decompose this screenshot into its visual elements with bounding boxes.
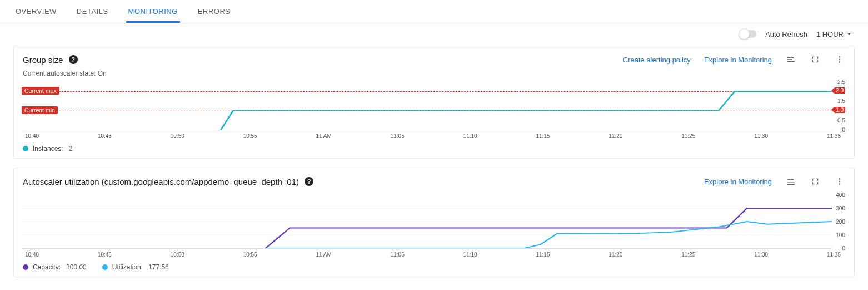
svg-point-4	[839, 181, 841, 183]
time-range-select[interactable]: 1 HOUR	[816, 30, 852, 38]
more-icon[interactable]	[834, 176, 845, 187]
chevron-down-icon	[846, 31, 852, 37]
legend-utilization: Utilization: 177.56	[102, 263, 169, 271]
tab-details[interactable]: DETAILS	[74, 7, 111, 23]
legend-toggle-icon[interactable]	[785, 176, 796, 187]
auto-refresh-label: Auto Refresh	[765, 30, 807, 38]
y-tick: 0	[842, 245, 845, 252]
card-autoscaler-utilization: Autoscaler utilization (custom.googleapi…	[13, 168, 855, 277]
y-marker-max: 2.0	[834, 87, 845, 94]
x-axis: 10:40 10:45 10:50 10:55 11 AM 11:05 11:1…	[14, 248, 854, 258]
fullscreen-icon[interactable]	[810, 176, 821, 187]
y-tick: 100	[836, 232, 845, 238]
legend-dot	[102, 264, 108, 270]
y-marker-min: 1.0	[834, 107, 845, 113]
svg-point-1	[839, 59, 841, 61]
instances-line	[221, 91, 832, 130]
x-axis: 10:40 10:45 10:50 10:55 11 AM 11:05 11:1…	[14, 130, 854, 139]
tabs: OVERVIEW DETAILS MONITORING ERRORS	[0, 0, 868, 23]
toolbar: Auto Refresh 1 HOUR	[0, 23, 868, 43]
tab-monitoring[interactable]: MONITORING	[126, 7, 180, 23]
y-tick: 300	[836, 205, 845, 212]
current-min-badge: Current min	[22, 106, 58, 114]
y-tick: 1.5	[837, 98, 845, 104]
y-tick: 2.5	[837, 79, 845, 85]
legend-dot	[23, 146, 28, 151]
card-title: Autoscaler utilization (custom.googleapi…	[23, 177, 299, 186]
current-max-badge: Current max	[22, 87, 59, 95]
y-tick: 400	[836, 192, 845, 198]
time-range-value: 1 HOUR	[816, 30, 844, 38]
card-group-size: Group size ? Create alerting policy Expl…	[13, 46, 855, 159]
explore-in-monitoring-link[interactable]: Explore in Monitoring	[704, 56, 772, 64]
explore-in-monitoring-link[interactable]: Explore in Monitoring	[704, 178, 772, 186]
more-icon[interactable]	[834, 54, 845, 65]
y-tick: 200	[836, 219, 845, 225]
y-tick: 0	[842, 127, 845, 133]
svg-point-5	[839, 183, 841, 185]
svg-point-2	[839, 61, 841, 63]
auto-refresh-toggle[interactable]	[740, 30, 756, 38]
tab-errors[interactable]: ERRORS	[196, 7, 233, 23]
fullscreen-icon[interactable]	[810, 54, 821, 65]
svg-point-0	[839, 56, 841, 58]
autoscaler-state: Current autoscaler state: On	[14, 67, 854, 81]
utilization-line	[266, 222, 832, 248]
legend-dot	[23, 264, 28, 270]
capacity-line	[266, 208, 832, 248]
svg-point-3	[839, 178, 841, 180]
legend-toggle-icon[interactable]	[785, 54, 796, 65]
help-icon[interactable]: ?	[305, 177, 313, 186]
create-alerting-policy-link[interactable]: Create alerting policy	[623, 56, 691, 64]
tab-overview[interactable]: OVERVIEW	[13, 7, 59, 23]
card-title: Group size	[23, 55, 63, 65]
utilization-chart: 400 300 200 100 0	[23, 195, 845, 248]
help-icon[interactable]: ?	[69, 55, 78, 64]
y-tick: 0.5	[837, 117, 845, 123]
legend-capacity: Capacity: 300.00	[23, 263, 87, 271]
group-size-chart: 2.5 2.0 1.5 1.0 0.5 0 Current max 2.0 Cu…	[23, 82, 845, 130]
legend-instances: Instances: 2	[23, 145, 72, 153]
